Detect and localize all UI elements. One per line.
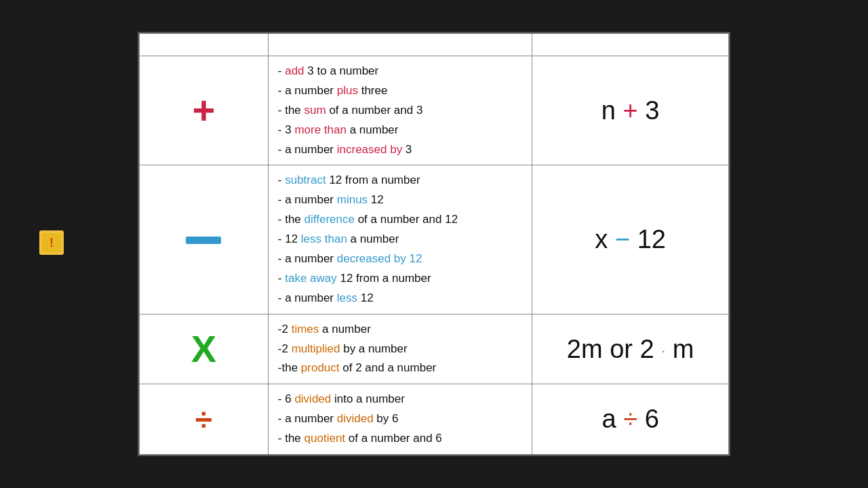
header-operation [140,33,269,56]
main-table-container: +- add 3 to a number- a number plus thre… [138,32,730,456]
alg-cell-multiplication: 2m or 2 · m [532,314,729,384]
header-row [140,33,729,56]
verbal-cell-subtraction: - subtract 12 from a number- a number mi… [268,165,532,314]
verbal-cell-addition: - add 3 to a number- a number plus three… [268,56,532,165]
table-row-division: ÷- 6 divided into a number- a number div… [140,384,729,455]
op-cell-subtraction [140,165,269,314]
page-wrapper: ! +- add 3 to a number- a number plus th… [0,0,868,488]
header-verbal [268,33,532,56]
header-algebraic [532,33,729,56]
op-cell-division: ÷ [140,384,269,455]
op-cell-multiplication: X [140,314,269,384]
svg-text:!: ! [50,236,54,249]
verbal-cell-multiplication: -2 times a number-2 multiplied by a numb… [268,314,532,384]
alg-cell-addition: n + 3 [532,56,729,165]
table-row-addition: +- add 3 to a number- a number plus thre… [140,56,729,165]
alg-cell-subtraction: x − 12 [532,165,729,314]
table-row-multiplication: X-2 times a number-2 multiplied by a num… [140,314,729,384]
table-row-subtraction: - subtract 12 from a number- a number mi… [140,165,729,314]
alg-cell-division: a ÷ 6 [532,384,729,455]
expressions-table: +- add 3 to a number- a number plus thre… [139,33,729,455]
verbal-cell-division: - 6 divided into a number- a number divi… [268,384,532,455]
side-icon: ! [39,230,64,258]
op-cell-addition: + [140,56,269,165]
